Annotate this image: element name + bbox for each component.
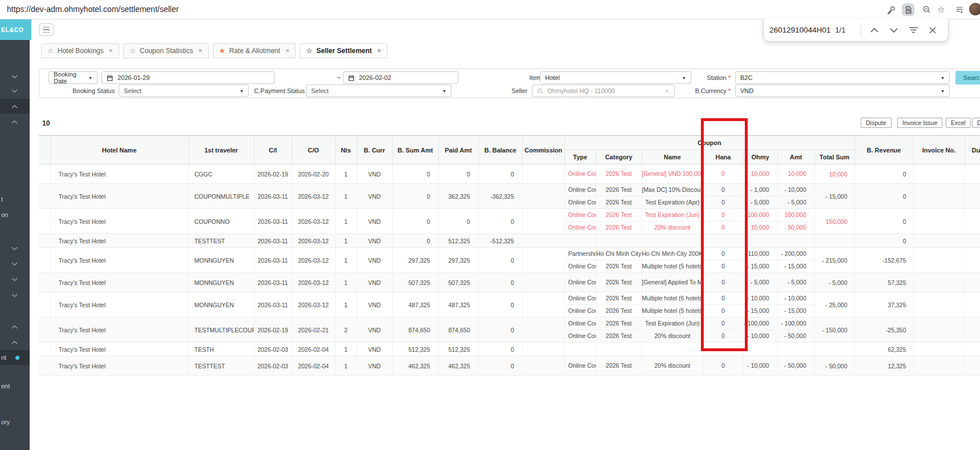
star-outline-icon[interactable]: ☆ xyxy=(47,47,54,55)
cell-coupon-hana: 00 xyxy=(703,209,743,234)
find-query-text[interactable]: 26012910044H01 xyxy=(769,26,830,34)
excel-button[interactable]: Excel xyxy=(946,118,971,128)
table-row[interactable]: Tracy's Test HotelTESTMULTIPLECOUPON2026… xyxy=(39,318,980,343)
header-hotel-name: Hotel Name xyxy=(50,136,188,164)
sidebar-item[interactable] xyxy=(0,69,30,84)
table-row[interactable]: Tracy's Test HotelCOUPONNO2026-03-112026… xyxy=(39,209,980,234)
table-row[interactable]: Tracy's Test HotelTESTH2026-02-032026-02… xyxy=(39,343,980,356)
tab-coupon-statistics[interactable]: ☆Coupon Statistics✕ xyxy=(123,43,209,58)
key-icon[interactable] xyxy=(885,3,897,16)
cell-1st-traveler: TESTTEST xyxy=(188,356,254,376)
date-from-input[interactable]: 2026-01-29 xyxy=(102,71,275,84)
sidebar-item[interactable]: ent xyxy=(0,379,30,393)
invoice-issue-button[interactable]: Invoice Issue xyxy=(897,118,942,128)
cell-check-out: 2026-03-12 xyxy=(292,292,335,318)
browser-address-bar[interactable]: https://dev-adm.ohmyhotel.com/settlement… xyxy=(0,0,980,19)
table-row[interactable]: Tracy's Test HotelCGGC2026-02-192026-02-… xyxy=(39,164,980,184)
header-invoice-no: Invoice No. xyxy=(913,136,965,164)
bookmark-star-icon[interactable]: ☆ xyxy=(935,3,947,16)
cell-nights: 1 xyxy=(335,184,357,209)
table-row[interactable]: Tracy's Test HotelMONNGUYEN2026-03-11202… xyxy=(39,292,980,318)
tab-close-icon[interactable]: ✕ xyxy=(198,48,203,54)
b-currency-select[interactable]: VND▼ xyxy=(735,85,950,97)
brand-logo[interactable]: EL&CO xyxy=(0,19,31,40)
profile-avatar[interactable] xyxy=(969,3,980,15)
cell-b-revenue: 0 xyxy=(854,209,913,234)
booking-status-select[interactable]: Select▼ xyxy=(119,85,249,97)
sidebar-item[interactable]: ory xyxy=(0,415,30,429)
find-close-button[interactable] xyxy=(923,22,942,38)
cell-hotel-name: Tracy's Test Hotel xyxy=(50,209,188,234)
table-row[interactable]: Tracy's Test HotelTESTTEST2026-02-032026… xyxy=(39,356,980,376)
cell-coupon-ohmy: - 10,000 xyxy=(743,356,777,376)
tab-rate-allotment[interactable]: ★Rate & Allotment✕ xyxy=(213,43,296,58)
tab-hotel-bookings[interactable]: ☆Hotel Bookings✕ xyxy=(41,43,119,58)
sidebar-item[interactable]: on xyxy=(0,207,30,222)
cell-coupon-type: Online CouponOnline Coupon xyxy=(564,184,596,209)
cell-check-in: 2026-02-03 xyxy=(254,343,292,356)
tab-label: Hotel Bookings xyxy=(58,47,104,55)
cell-coupon-amt: - 50,000 xyxy=(777,356,814,376)
tab-seller-settlement[interactable]: ☆Seller Settlement✕ xyxy=(300,43,388,58)
cell-check-out: 2026-02-04 xyxy=(292,356,335,376)
cell-check-in: 2026-03-11 xyxy=(254,273,292,292)
item-category-select[interactable]: Hotel▼ xyxy=(540,71,691,84)
date-to-input[interactable]: 2026-02-02 xyxy=(343,71,458,84)
sidebar-item[interactable] xyxy=(0,319,30,334)
cell-due xyxy=(965,184,980,209)
table-row[interactable]: Tracy's Test HotelMONNGUYEN2026-03-11202… xyxy=(39,273,980,292)
chevron-down-icon: ▼ xyxy=(442,89,446,93)
chevron-down-icon xyxy=(11,75,18,79)
reading-list-icon[interactable] xyxy=(953,3,966,16)
chevron-down-icon: ▼ xyxy=(682,76,686,80)
star-outline-icon[interactable]: ☆ xyxy=(306,47,312,55)
cell-b-balance: 0 xyxy=(478,356,522,376)
cell-due xyxy=(965,343,980,356)
cell-coupon-total-sum: 10,000 xyxy=(814,164,854,184)
cell-coupon-total-sum: - 150,000 xyxy=(814,318,854,343)
star-filled-icon[interactable]: ★ xyxy=(219,47,225,55)
tab-close-icon[interactable]: ✕ xyxy=(108,48,113,54)
booking-date-type-select[interactable]: Booking Date▼ xyxy=(49,71,98,84)
d-button[interactable]: D xyxy=(972,118,980,128)
cell-coupon-category: 2026 Test2026 Test xyxy=(596,184,642,209)
sidebar-item[interactable]: t xyxy=(0,192,30,207)
find-next-button[interactable] xyxy=(884,22,904,38)
cell-b-sum-amt: 0 xyxy=(392,234,438,248)
tab-close-icon[interactable]: ✕ xyxy=(377,48,382,54)
sidebar-item[interactable] xyxy=(0,335,30,349)
zoom-out-icon[interactable] xyxy=(921,3,933,16)
sidebar-toggle-button[interactable] xyxy=(39,23,54,36)
cell-nights: 1 xyxy=(335,273,357,292)
sidebar-item[interactable] xyxy=(0,83,30,98)
find-previous-button[interactable] xyxy=(865,22,884,38)
dispute-button[interactable]: Dispute xyxy=(861,118,892,128)
sidebar-item[interactable] xyxy=(0,114,30,129)
cell-coupon-hana: 0 xyxy=(703,273,743,292)
table-row[interactable]: Tracy's Test HotelTESTTEST2026-03-112026… xyxy=(39,234,980,248)
cell-b-curr: VND xyxy=(357,343,392,356)
find-in-page-bar[interactable]: 26012910044H01 1/1 xyxy=(763,19,949,42)
cell-commission xyxy=(522,209,564,234)
sidebar-item[interactable] xyxy=(0,288,30,303)
find-in-page-icon[interactable] xyxy=(902,3,914,16)
station-label: Station * xyxy=(687,74,731,81)
active-menu-dot xyxy=(15,356,19,360)
c-payment-status-select[interactable]: Select▼ xyxy=(306,85,451,97)
search-button[interactable]: Search xyxy=(955,71,980,85)
sidebar-item[interactable] xyxy=(0,256,30,271)
cell-coupon-amt xyxy=(777,343,814,356)
cell-invoice-no xyxy=(913,292,965,318)
table-row[interactable]: Tracy's Test HotelMONNGUYEN2026-03-11202… xyxy=(39,248,980,273)
sidebar-item[interactable] xyxy=(0,241,30,256)
seller-search-input[interactable]: Ohmyhotel HQ - 110000 ✕ xyxy=(532,85,675,97)
sidebar-item[interactable] xyxy=(0,99,30,114)
sidebar-item[interactable]: nt xyxy=(0,350,30,365)
tab-close-icon[interactable]: ✕ xyxy=(285,48,290,54)
station-select[interactable]: B2C▼ xyxy=(735,71,950,84)
table-row[interactable]: Tracy's Test HotelCOUPONMULTIPLE2026-03-… xyxy=(39,184,980,209)
star-outline-icon[interactable]: ☆ xyxy=(130,47,136,55)
url-text[interactable]: https://dev-adm.ohmyhotel.com/settlement… xyxy=(7,5,179,14)
sidebar-item[interactable] xyxy=(0,272,30,287)
find-options-icon[interactable] xyxy=(904,22,923,38)
